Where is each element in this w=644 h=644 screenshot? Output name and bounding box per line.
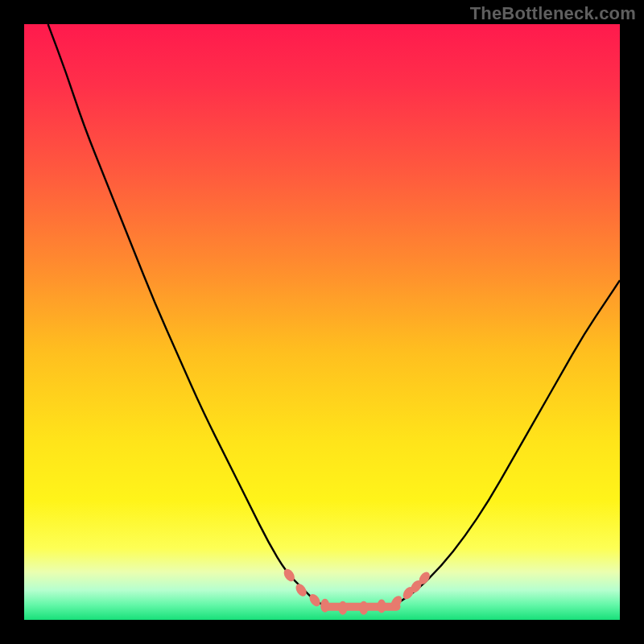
valley-marker	[359, 601, 368, 615]
valley-marker	[378, 599, 386, 613]
outer-frame: TheBottleneck.com	[0, 0, 644, 644]
curve-layer	[24, 24, 620, 620]
watermark-text: TheBottleneck.com	[470, 3, 636, 24]
bottleneck-curve	[48, 24, 620, 608]
valley-marker	[294, 582, 309, 598]
plot-area	[24, 24, 620, 620]
valley-marker	[338, 601, 347, 615]
valley-marker	[320, 599, 329, 613]
